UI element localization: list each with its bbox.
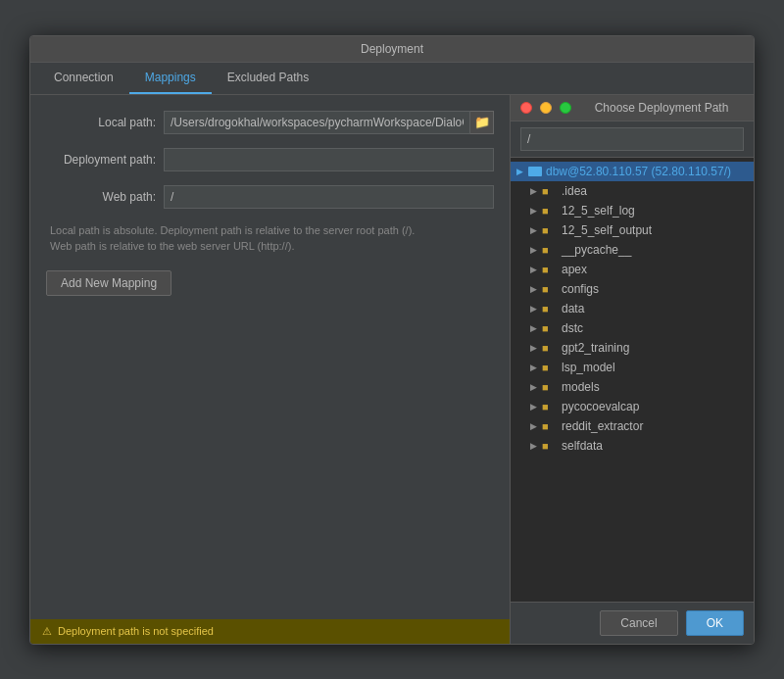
folder-icon: ■ bbox=[542, 244, 558, 256]
tree-item[interactable]: ▶ ■ selfdata bbox=[511, 436, 754, 456]
tree-item-label: reddit_extractor bbox=[562, 419, 643, 433]
tree-arrow: ▶ bbox=[530, 363, 542, 372]
tree-arrow: ▶ bbox=[530, 304, 542, 314]
folder-icon: ■ bbox=[542, 342, 558, 354]
tree-item-label: apex bbox=[562, 263, 587, 276]
tree-arrow: ▶ bbox=[530, 206, 542, 216]
tree-arrow: ▶ bbox=[530, 421, 542, 431]
main-content: Local path: 📁 Deployment path: Web path:… bbox=[30, 95, 754, 644]
deployment-path-input[interactable] bbox=[164, 148, 494, 171]
folder-icon: ■ bbox=[542, 264, 558, 275]
tree-item[interactable]: ▶ ■ dstc bbox=[511, 318, 754, 338]
info-text: Local path is absolute. Deployment path … bbox=[46, 222, 494, 255]
tree-item[interactable]: ▶ ■ gpt2_training bbox=[511, 338, 754, 358]
tree-root-arrow: ▶ bbox=[516, 167, 528, 176]
warning-text: Deployment path is not specified bbox=[58, 625, 214, 637]
tree-item[interactable]: ▶ ■ .idea bbox=[511, 181, 754, 201]
tree-item-label: pycocoevalcap bbox=[562, 400, 639, 413]
tree-arrow: ▶ bbox=[530, 441, 542, 451]
tree-item-label: .idea bbox=[562, 184, 587, 198]
title-bar: Deployment bbox=[30, 36, 754, 63]
ok-button[interactable]: OK bbox=[686, 610, 744, 636]
tree-item-label: data bbox=[562, 302, 584, 315]
tree-arrow: ▶ bbox=[530, 323, 542, 333]
tree-item[interactable]: ▶ ■ data bbox=[511, 299, 754, 318]
tree-arrow: ▶ bbox=[530, 186, 542, 196]
dialog-maximize-button[interactable] bbox=[560, 102, 571, 114]
server-icon bbox=[528, 167, 542, 176]
choose-deployment-path-dialog: Choose Deployment Path ▶ dbw@52.80.110.5… bbox=[511, 95, 754, 644]
tree-item-label: dstc bbox=[562, 321, 583, 335]
tree-item[interactable]: ▶ ■ lsp_model bbox=[511, 358, 754, 377]
local-path-row: Local path: 📁 bbox=[46, 111, 494, 134]
tab-excluded-paths[interactable]: Excluded Paths bbox=[212, 63, 324, 94]
folder-icon: ■ bbox=[542, 420, 558, 432]
local-path-input-group: 📁 bbox=[164, 111, 494, 134]
folder-icon: ■ bbox=[542, 205, 558, 217]
dialog-close-button[interactable] bbox=[520, 102, 532, 114]
folder-icon: ■ bbox=[542, 303, 558, 315]
folder-icon: ■ bbox=[542, 440, 558, 452]
tree-item-label: selfdata bbox=[562, 439, 603, 453]
deployment-path-label: Deployment path: bbox=[46, 153, 164, 167]
folder-icon: ■ bbox=[542, 381, 558, 393]
folder-icon: ■ bbox=[542, 362, 558, 373]
web-path-row: Web path: bbox=[46, 185, 494, 209]
deployment-window: Deployment Connection Mappings Excluded … bbox=[29, 35, 755, 645]
cancel-button[interactable]: Cancel bbox=[600, 610, 677, 636]
tree-arrow: ▶ bbox=[530, 402, 542, 412]
web-path-input[interactable] bbox=[164, 185, 494, 209]
tree-item-label: configs bbox=[562, 282, 599, 296]
tree-item-label: __pycache__ bbox=[562, 243, 631, 257]
tree-arrow: ▶ bbox=[530, 382, 542, 392]
left-panel: Local path: 📁 Deployment path: Web path:… bbox=[30, 95, 511, 644]
dialog-footer: Cancel OK bbox=[511, 602, 754, 644]
tree-item[interactable]: ▶ ■ __pycache__ bbox=[511, 240, 754, 260]
tree-item-label: models bbox=[562, 380, 600, 394]
tree-root-item[interactable]: ▶ dbw@52.80.110.57 (52.80.110.57/) bbox=[511, 162, 754, 181]
web-path-label: Web path: bbox=[46, 190, 164, 204]
tree-item[interactable]: ▶ ■ pycocoevalcap bbox=[511, 397, 754, 416]
window-title: Deployment bbox=[361, 42, 423, 56]
folder-icon: ■ bbox=[542, 401, 558, 412]
folder-icon: ■ bbox=[542, 322, 558, 334]
dialog-path-input[interactable] bbox=[520, 127, 744, 151]
dialog-minimize-button[interactable] bbox=[540, 102, 552, 114]
tree-root-label: dbw@52.80.110.57 (52.80.110.57/) bbox=[546, 165, 731, 178]
tree-arrow: ▶ bbox=[530, 284, 542, 294]
tree-item[interactable]: ▶ ■ configs bbox=[511, 279, 754, 299]
folder-icon: ■ bbox=[542, 224, 558, 236]
tree-item-label: gpt2_training bbox=[562, 341, 629, 355]
folder-icon: ■ bbox=[542, 185, 558, 197]
deployment-path-row: Deployment path: bbox=[46, 148, 494, 171]
dialog-title: Choose Deployment Path bbox=[579, 101, 744, 115]
tree-arrow: ▶ bbox=[530, 265, 542, 274]
tree-item-label: 12_5_self_log bbox=[562, 204, 635, 218]
tree-arrow: ▶ bbox=[530, 225, 542, 235]
tab-connection[interactable]: Connection bbox=[38, 63, 129, 94]
local-path-input[interactable] bbox=[164, 111, 470, 134]
tree-item-label: 12_5_self_output bbox=[562, 223, 652, 237]
file-tree[interactable]: ▶ dbw@52.80.110.57 (52.80.110.57/) ▶ ■ .… bbox=[511, 158, 754, 602]
add-new-mapping-button[interactable]: Add New Mapping bbox=[46, 270, 172, 296]
tree-item[interactable]: ▶ ■ apex bbox=[511, 260, 754, 279]
tree-item[interactable]: ▶ ■ 12_5_self_log bbox=[511, 201, 754, 220]
warning-bar: ⚠ Deployment path is not specified bbox=[30, 619, 510, 644]
local-path-folder-button[interactable]: 📁 bbox=[470, 111, 494, 134]
folder-icon: ■ bbox=[542, 283, 558, 295]
tree-item-label: lsp_model bbox=[562, 361, 615, 374]
dialog-title-bar: Choose Deployment Path bbox=[511, 95, 754, 121]
tree-arrow: ▶ bbox=[530, 245, 542, 255]
tree-item[interactable]: ▶ ■ reddit_extractor bbox=[511, 416, 754, 436]
tab-mappings[interactable]: Mappings bbox=[129, 63, 212, 94]
tab-bar: Connection Mappings Excluded Paths bbox=[30, 63, 754, 95]
tree-item[interactable]: ▶ ■ models bbox=[511, 377, 754, 397]
dialog-path-bar bbox=[511, 121, 754, 158]
tree-arrow: ▶ bbox=[530, 343, 542, 353]
warning-icon: ⚠ bbox=[42, 625, 52, 638]
local-path-label: Local path: bbox=[46, 116, 164, 129]
tree-item[interactable]: ▶ ■ 12_5_self_output bbox=[511, 220, 754, 240]
